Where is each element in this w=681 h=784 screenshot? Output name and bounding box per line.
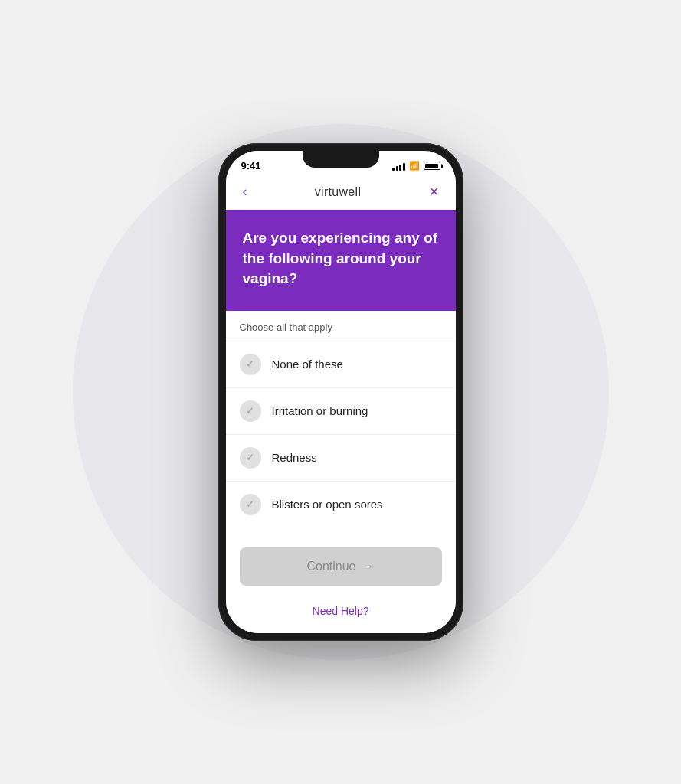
wifi-icon: 📶: [409, 161, 420, 171]
battery-icon: [424, 162, 440, 170]
continue-arrow: →: [362, 560, 375, 573]
signal-icon: [392, 162, 405, 171]
check-icon-blisters: ✓: [246, 498, 254, 510]
checkbox-none[interactable]: ✓: [240, 354, 261, 375]
phone-shell: 9:41 📶 ‹ virtuwell: [218, 143, 463, 641]
option-irritation[interactable]: ✓ Irritation or burning: [226, 387, 456, 434]
option-none[interactable]: ✓ None of these: [226, 341, 456, 387]
question-text: Are you experiencing any of the followin…: [243, 228, 439, 289]
scene: 9:41 📶 ‹ virtuwell: [0, 0, 681, 784]
signal-bar-3: [399, 165, 401, 171]
signal-bar-2: [396, 166, 398, 171]
app-header: ‹ virtuwell ✕: [226, 175, 456, 210]
option-label-redness: Redness: [272, 451, 317, 464]
check-icon-none: ✓: [246, 358, 254, 370]
notch: [303, 151, 379, 168]
app-title: virtuwell: [315, 185, 362, 199]
close-button[interactable]: ✕: [426, 181, 442, 202]
option-blisters[interactable]: ✓ Blisters or open sores: [226, 481, 456, 528]
option-label-none: None of these: [272, 358, 343, 371]
phone-screen: 9:41 📶 ‹ virtuwell: [226, 151, 456, 633]
option-redness[interactable]: ✓ Redness: [226, 434, 456, 481]
check-icon-irritation: ✓: [246, 405, 254, 416]
battery-fill: [425, 164, 438, 168]
checkbox-irritation[interactable]: ✓: [240, 400, 261, 422]
checkbox-redness[interactable]: ✓: [240, 447, 261, 469]
content-area: Choose all that apply ✓ None of these ✓ …: [226, 311, 456, 633]
back-button[interactable]: ‹: [240, 181, 250, 203]
status-icons: 📶: [392, 161, 440, 171]
question-banner: Are you experiencing any of the followin…: [226, 210, 456, 311]
need-help-link[interactable]: Need Help?: [313, 605, 369, 617]
continue-button[interactable]: Continue →: [240, 547, 442, 586]
check-icon-redness: ✓: [246, 452, 254, 463]
status-time: 9:41: [241, 160, 261, 172]
choose-label: Choose all that apply: [226, 311, 456, 341]
checkbox-blisters[interactable]: ✓: [240, 494, 261, 515]
signal-bar-4: [403, 163, 405, 171]
continue-label: Continue: [306, 560, 355, 573]
option-label-irritation: Irritation or burning: [272, 404, 368, 417]
signal-bar-1: [392, 168, 395, 171]
need-help-section: Need Help?: [226, 598, 456, 633]
option-label-blisters: Blisters or open sores: [272, 498, 383, 511]
